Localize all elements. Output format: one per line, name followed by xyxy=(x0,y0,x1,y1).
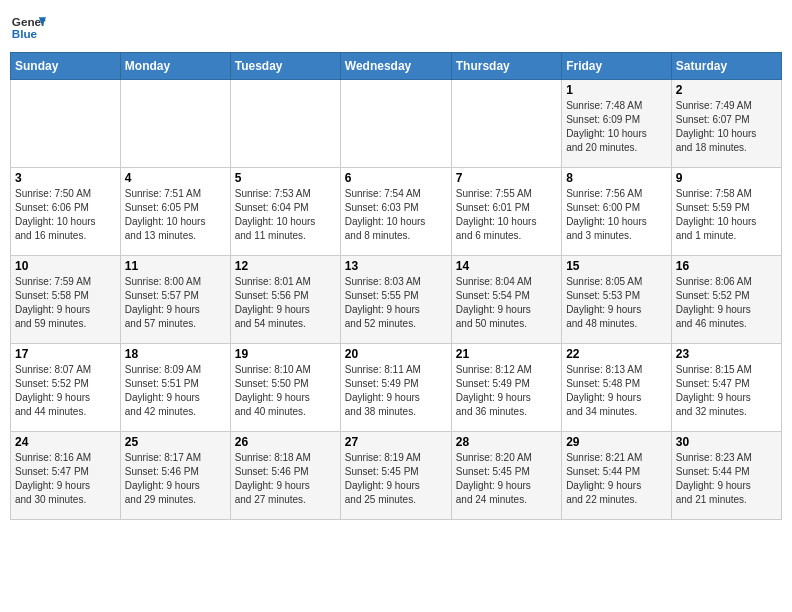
col-header-friday: Friday xyxy=(562,53,672,80)
day-number: 21 xyxy=(456,347,557,361)
calendar-cell: 12Sunrise: 8:01 AM Sunset: 5:56 PM Dayli… xyxy=(230,256,340,344)
day-number: 17 xyxy=(15,347,116,361)
day-info: Sunrise: 8:12 AM Sunset: 5:49 PM Dayligh… xyxy=(456,363,557,419)
calendar-cell: 13Sunrise: 8:03 AM Sunset: 5:55 PM Dayli… xyxy=(340,256,451,344)
day-number: 2 xyxy=(676,83,777,97)
day-number: 22 xyxy=(566,347,667,361)
logo-icon: General Blue xyxy=(10,10,46,46)
day-info: Sunrise: 8:04 AM Sunset: 5:54 PM Dayligh… xyxy=(456,275,557,331)
calendar-cell: 8Sunrise: 7:56 AM Sunset: 6:00 PM Daylig… xyxy=(562,168,672,256)
calendar-week-row: 3Sunrise: 7:50 AM Sunset: 6:06 PM Daylig… xyxy=(11,168,782,256)
calendar-cell: 3Sunrise: 7:50 AM Sunset: 6:06 PM Daylig… xyxy=(11,168,121,256)
day-number: 28 xyxy=(456,435,557,449)
day-info: Sunrise: 8:10 AM Sunset: 5:50 PM Dayligh… xyxy=(235,363,336,419)
calendar-week-row: 17Sunrise: 8:07 AM Sunset: 5:52 PM Dayli… xyxy=(11,344,782,432)
calendar-cell: 24Sunrise: 8:16 AM Sunset: 5:47 PM Dayli… xyxy=(11,432,121,520)
calendar-cell: 17Sunrise: 8:07 AM Sunset: 5:52 PM Dayli… xyxy=(11,344,121,432)
calendar-cell: 30Sunrise: 8:23 AM Sunset: 5:44 PM Dayli… xyxy=(671,432,781,520)
day-number: 27 xyxy=(345,435,447,449)
calendar-week-row: 1Sunrise: 7:48 AM Sunset: 6:09 PM Daylig… xyxy=(11,80,782,168)
calendar-cell: 27Sunrise: 8:19 AM Sunset: 5:45 PM Dayli… xyxy=(340,432,451,520)
day-info: Sunrise: 8:07 AM Sunset: 5:52 PM Dayligh… xyxy=(15,363,116,419)
calendar-cell: 26Sunrise: 8:18 AM Sunset: 5:46 PM Dayli… xyxy=(230,432,340,520)
day-info: Sunrise: 8:11 AM Sunset: 5:49 PM Dayligh… xyxy=(345,363,447,419)
calendar-cell: 18Sunrise: 8:09 AM Sunset: 5:51 PM Dayli… xyxy=(120,344,230,432)
day-number: 29 xyxy=(566,435,667,449)
day-number: 25 xyxy=(125,435,226,449)
calendar-header-row: SundayMondayTuesdayWednesdayThursdayFrid… xyxy=(11,53,782,80)
calendar-cell xyxy=(340,80,451,168)
page-header: General Blue xyxy=(10,10,782,46)
day-number: 15 xyxy=(566,259,667,273)
day-info: Sunrise: 8:01 AM Sunset: 5:56 PM Dayligh… xyxy=(235,275,336,331)
calendar-cell: 7Sunrise: 7:55 AM Sunset: 6:01 PM Daylig… xyxy=(451,168,561,256)
col-header-tuesday: Tuesday xyxy=(230,53,340,80)
day-info: Sunrise: 8:18 AM Sunset: 5:46 PM Dayligh… xyxy=(235,451,336,507)
day-number: 19 xyxy=(235,347,336,361)
calendar-cell xyxy=(120,80,230,168)
day-info: Sunrise: 7:51 AM Sunset: 6:05 PM Dayligh… xyxy=(125,187,226,243)
day-info: Sunrise: 7:49 AM Sunset: 6:07 PM Dayligh… xyxy=(676,99,777,155)
day-number: 4 xyxy=(125,171,226,185)
day-info: Sunrise: 8:00 AM Sunset: 5:57 PM Dayligh… xyxy=(125,275,226,331)
day-info: Sunrise: 8:16 AM Sunset: 5:47 PM Dayligh… xyxy=(15,451,116,507)
col-header-thursday: Thursday xyxy=(451,53,561,80)
day-number: 1 xyxy=(566,83,667,97)
calendar-cell: 23Sunrise: 8:15 AM Sunset: 5:47 PM Dayli… xyxy=(671,344,781,432)
day-info: Sunrise: 7:53 AM Sunset: 6:04 PM Dayligh… xyxy=(235,187,336,243)
day-info: Sunrise: 8:23 AM Sunset: 5:44 PM Dayligh… xyxy=(676,451,777,507)
calendar-cell: 28Sunrise: 8:20 AM Sunset: 5:45 PM Dayli… xyxy=(451,432,561,520)
calendar-cell: 5Sunrise: 7:53 AM Sunset: 6:04 PM Daylig… xyxy=(230,168,340,256)
calendar-cell: 22Sunrise: 8:13 AM Sunset: 5:48 PM Dayli… xyxy=(562,344,672,432)
day-info: Sunrise: 8:20 AM Sunset: 5:45 PM Dayligh… xyxy=(456,451,557,507)
calendar-cell xyxy=(230,80,340,168)
day-number: 6 xyxy=(345,171,447,185)
col-header-wednesday: Wednesday xyxy=(340,53,451,80)
logo: General Blue xyxy=(10,10,46,46)
day-number: 11 xyxy=(125,259,226,273)
calendar-cell: 14Sunrise: 8:04 AM Sunset: 5:54 PM Dayli… xyxy=(451,256,561,344)
day-info: Sunrise: 8:03 AM Sunset: 5:55 PM Dayligh… xyxy=(345,275,447,331)
day-number: 12 xyxy=(235,259,336,273)
day-number: 24 xyxy=(15,435,116,449)
calendar-cell: 16Sunrise: 8:06 AM Sunset: 5:52 PM Dayli… xyxy=(671,256,781,344)
day-info: Sunrise: 7:48 AM Sunset: 6:09 PM Dayligh… xyxy=(566,99,667,155)
day-number: 26 xyxy=(235,435,336,449)
day-info: Sunrise: 8:21 AM Sunset: 5:44 PM Dayligh… xyxy=(566,451,667,507)
calendar-cell: 29Sunrise: 8:21 AM Sunset: 5:44 PM Dayli… xyxy=(562,432,672,520)
day-info: Sunrise: 8:15 AM Sunset: 5:47 PM Dayligh… xyxy=(676,363,777,419)
calendar-cell: 9Sunrise: 7:58 AM Sunset: 5:59 PM Daylig… xyxy=(671,168,781,256)
calendar-cell: 6Sunrise: 7:54 AM Sunset: 6:03 PM Daylig… xyxy=(340,168,451,256)
day-info: Sunrise: 8:05 AM Sunset: 5:53 PM Dayligh… xyxy=(566,275,667,331)
calendar-cell: 20Sunrise: 8:11 AM Sunset: 5:49 PM Dayli… xyxy=(340,344,451,432)
calendar-week-row: 10Sunrise: 7:59 AM Sunset: 5:58 PM Dayli… xyxy=(11,256,782,344)
day-number: 14 xyxy=(456,259,557,273)
day-info: Sunrise: 7:55 AM Sunset: 6:01 PM Dayligh… xyxy=(456,187,557,243)
day-number: 30 xyxy=(676,435,777,449)
day-info: Sunrise: 8:09 AM Sunset: 5:51 PM Dayligh… xyxy=(125,363,226,419)
day-number: 7 xyxy=(456,171,557,185)
day-info: Sunrise: 8:13 AM Sunset: 5:48 PM Dayligh… xyxy=(566,363,667,419)
day-number: 20 xyxy=(345,347,447,361)
day-info: Sunrise: 7:54 AM Sunset: 6:03 PM Dayligh… xyxy=(345,187,447,243)
calendar-cell: 4Sunrise: 7:51 AM Sunset: 6:05 PM Daylig… xyxy=(120,168,230,256)
calendar-cell: 1Sunrise: 7:48 AM Sunset: 6:09 PM Daylig… xyxy=(562,80,672,168)
day-info: Sunrise: 8:17 AM Sunset: 5:46 PM Dayligh… xyxy=(125,451,226,507)
day-info: Sunrise: 7:59 AM Sunset: 5:58 PM Dayligh… xyxy=(15,275,116,331)
calendar-cell: 15Sunrise: 8:05 AM Sunset: 5:53 PM Dayli… xyxy=(562,256,672,344)
day-number: 3 xyxy=(15,171,116,185)
calendar-table: SundayMondayTuesdayWednesdayThursdayFrid… xyxy=(10,52,782,520)
day-number: 23 xyxy=(676,347,777,361)
calendar-cell: 11Sunrise: 8:00 AM Sunset: 5:57 PM Dayli… xyxy=(120,256,230,344)
calendar-cell: 2Sunrise: 7:49 AM Sunset: 6:07 PM Daylig… xyxy=(671,80,781,168)
svg-text:Blue: Blue xyxy=(12,27,38,40)
calendar-cell: 19Sunrise: 8:10 AM Sunset: 5:50 PM Dayli… xyxy=(230,344,340,432)
calendar-cell: 21Sunrise: 8:12 AM Sunset: 5:49 PM Dayli… xyxy=(451,344,561,432)
day-number: 5 xyxy=(235,171,336,185)
calendar-cell: 10Sunrise: 7:59 AM Sunset: 5:58 PM Dayli… xyxy=(11,256,121,344)
calendar-cell xyxy=(11,80,121,168)
day-number: 16 xyxy=(676,259,777,273)
day-info: Sunrise: 8:19 AM Sunset: 5:45 PM Dayligh… xyxy=(345,451,447,507)
col-header-sunday: Sunday xyxy=(11,53,121,80)
day-number: 8 xyxy=(566,171,667,185)
